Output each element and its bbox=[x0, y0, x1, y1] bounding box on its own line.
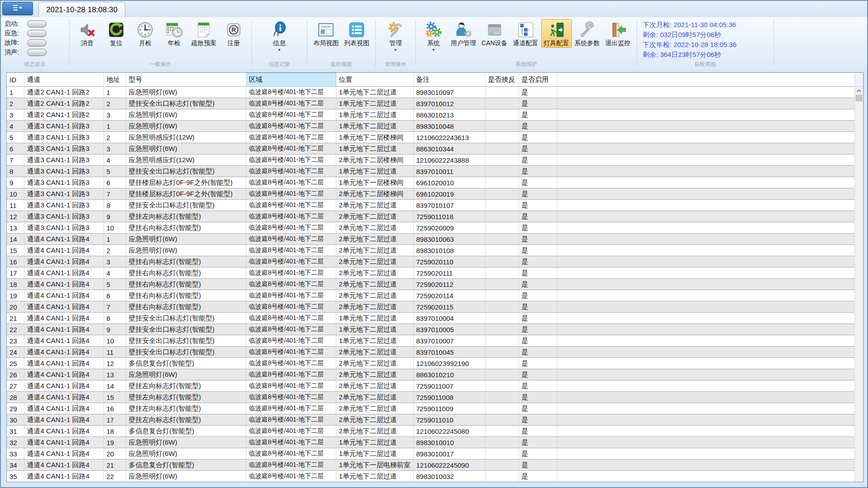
cell-channel: 通道4 CAN1-1 回路4 bbox=[24, 290, 104, 301]
cell-area: 临波庭8号楼/401-地下二层 bbox=[246, 426, 336, 437]
table-row[interactable]: 8通道3 CAN1-1 回路35壁挂安全出口标志灯(智能型)临波庭8号楼/401… bbox=[7, 166, 855, 177]
cell-remark: 8397010107 bbox=[413, 200, 485, 211]
app-menu-button[interactable] bbox=[2, 2, 33, 15]
annual-check-button[interactable]: 年检 bbox=[160, 19, 189, 48]
col-header-id[interactable]: ID bbox=[7, 73, 24, 87]
layout-view-button[interactable]: 布局视图 bbox=[311, 19, 341, 48]
table-row[interactable]: 16通道4 CAN1-1 回路43壁挂右向标志灯(智能型)临波庭8号楼/401-… bbox=[7, 256, 855, 267]
table-row[interactable]: 11通道3 CAN1-1 回路38壁挂安全出口标志灯(智能型)临波庭8号楼/40… bbox=[7, 200, 855, 211]
cell-enabled: 是 bbox=[519, 369, 557, 380]
table-row[interactable]: 30通道4 CAN1-1 回路417壁挂左向标志灯(智能型)临波庭8号楼/401… bbox=[7, 414, 855, 426]
col-header-location[interactable]: 位置 bbox=[336, 73, 413, 87]
cell-enabled: 是 bbox=[519, 403, 557, 414]
table-row[interactable]: 3通道2 CAN1-1 回路23应急照明灯(6W)临波庭8号楼/401-地下二层… bbox=[7, 109, 855, 121]
scroll-up-button[interactable] bbox=[855, 87, 863, 95]
cell-id: 3 bbox=[7, 109, 24, 121]
table-row[interactable]: 2通道2 CAN1-1 回路22壁挂安全出口标志灯(智能型)临波庭8号楼/401… bbox=[7, 98, 855, 109]
cell-enabled: 是 bbox=[519, 188, 557, 200]
col-header-enabled[interactable]: 是否启用 bbox=[519, 73, 557, 87]
table-row[interactable]: 12通道3 CAN1-1 回路39壁挂左向标志灯(智能型)临波庭8号楼/401-… bbox=[7, 211, 855, 222]
table-row[interactable]: 22通道4 CAN1-1 回路49壁挂安全出口标志灯(智能型)临波庭8号楼/40… bbox=[7, 324, 855, 335]
table-row[interactable]: 9通道3 CAN1-1 回路36壁挂楼层标志灯0F-9F之外(智能型)临波庭8号… bbox=[7, 177, 855, 188]
tab-datetime[interactable]: 2021-10-28 18:08:30 bbox=[38, 2, 125, 17]
cell-channel: 通道4 CAN1-1 回路4 bbox=[24, 313, 104, 324]
table-row[interactable]: 29通道4 CAN1-1 回路416壁挂左向标志灯(智能型)临波庭8号楼/401… bbox=[7, 403, 855, 414]
cell-address: 13 bbox=[104, 369, 126, 380]
table-row[interactable]: 28通道4 CAN1-1 回路415壁挂左向标志灯(智能型)临波庭8号楼/401… bbox=[7, 392, 855, 403]
table-row[interactable]: 34通道4 CAN1-1 回路421多信息复合灯(智能型)临波庭8号楼/401-… bbox=[7, 460, 855, 471]
manage-dropdown-button[interactable]: 管理 ▼ bbox=[381, 19, 410, 52]
cell-remark: 8397010045 bbox=[413, 347, 485, 358]
cell-filler bbox=[557, 414, 855, 426]
cell-address: 5 bbox=[104, 166, 126, 177]
exit-monitor-button[interactable]: 退出监控 bbox=[603, 19, 633, 48]
cell-location: 2单元地下二层过道 bbox=[336, 245, 413, 256]
registered-icon: R bbox=[225, 21, 242, 38]
table-row[interactable]: 32通道4 CAN1-1 回路419应急照明灯(6W)临波庭8号楼/401-地下… bbox=[7, 437, 855, 448]
cell-id: 33 bbox=[7, 448, 24, 460]
col-header-address[interactable]: 地址 bbox=[104, 73, 126, 87]
cell-filler bbox=[557, 403, 855, 414]
ribbon: 启动: 应急: 故障: 消声: 状态提示 bbox=[1, 17, 867, 69]
table-row[interactable]: 27通道4 CAN1-1 回路414壁挂左向标志灯(智能型)临波庭8号楼/401… bbox=[7, 380, 855, 392]
scrollbar-thumb[interactable] bbox=[856, 95, 862, 101]
table-row[interactable]: 24通道4 CAN1-1 回路411壁挂安全出口标志灯(智能型)临波庭8号楼/4… bbox=[7, 347, 855, 358]
table-row[interactable]: 14通道4 CAN1-1 回路41应急照明灯(6W)临波庭8号楼/401-地下二… bbox=[7, 234, 855, 245]
col-header-reversed[interactable]: 是否接反 bbox=[485, 73, 519, 87]
mute-button[interactable]: 消音 bbox=[73, 19, 102, 48]
evacuation-plan-button[interactable]: 疏散预案 bbox=[189, 19, 219, 48]
table-row[interactable]: 18通道4 CAN1-1 回路45壁挂右向标志灯(智能型)临波庭8号楼/401-… bbox=[7, 279, 855, 290]
table-row[interactable]: 21通道4 CAN1-1 回路48壁挂安全出口标志灯(智能型)临波庭8号楼/40… bbox=[7, 313, 855, 324]
cell-enabled: 是 bbox=[519, 166, 557, 177]
table-row[interactable]: 7通道3 CAN1-1 回路34应急照明感应灯(12W)临波庭8号楼/401-地… bbox=[7, 155, 855, 166]
table-row[interactable]: 5通道3 CAN1-1 回路32应急照明感应灯(12W)临波庭8号楼/401-地… bbox=[7, 132, 855, 143]
table-row[interactable]: 1通道2 CAN1-1 回路21应急照明灯(6W)临波庭8号楼/401-地下二层… bbox=[7, 87, 855, 98]
table-row[interactable]: 33通道4 CAN1-1 回路420应急照明灯(6W)临波庭8号楼/401-地下… bbox=[7, 448, 855, 460]
table-row[interactable]: 23通道4 CAN1-1 回路410壁挂安全出口标志灯(智能型)临波庭8号楼/4… bbox=[7, 335, 855, 347]
cell-address: 6 bbox=[104, 290, 126, 301]
cell-filler bbox=[557, 358, 855, 369]
vertical-scrollbar[interactable] bbox=[854, 73, 863, 482]
lamp-exit-sign-icon bbox=[548, 21, 565, 38]
cell-model: 应急照明灯(6W) bbox=[126, 143, 246, 155]
register-button[interactable]: R 注册 bbox=[219, 19, 248, 48]
col-header-model[interactable]: 型号 bbox=[126, 73, 246, 87]
info-dropdown-button[interactable]: 信息 ▼ bbox=[265, 19, 294, 52]
col-header-remark[interactable]: 备注 bbox=[413, 73, 485, 87]
layout-view-icon bbox=[317, 21, 335, 38]
can-device-button[interactable]: CAN设备 bbox=[479, 19, 510, 48]
cell-address: 1 bbox=[104, 87, 126, 98]
table-row[interactable]: 13通道3 CAN1-1 回路310壁挂右向标志灯(智能型)临波庭8号楼/401… bbox=[7, 222, 855, 234]
cell-filler bbox=[557, 177, 855, 188]
lamp-config-button[interactable]: 灯具配置 bbox=[541, 19, 572, 48]
reset-button[interactable]: 复位 bbox=[102, 19, 131, 48]
system-params-button[interactable]: 系统参数 bbox=[572, 19, 603, 48]
col-header-area[interactable]: 区域 bbox=[246, 73, 336, 87]
status-label: 应急: bbox=[5, 29, 25, 38]
table-row[interactable]: 4通道3 CAN1-1 回路31应急照明灯(6W)临波庭8号楼/401-地下二层… bbox=[7, 121, 855, 132]
table-row[interactable]: 6通道3 CAN1-1 回路33应急照明灯(6W)临波庭8号楼/401-地下二层… bbox=[7, 143, 855, 155]
cell-remark: 7259011007 bbox=[413, 380, 485, 392]
cell-area: 临波庭8号楼/401-地下二层 bbox=[246, 87, 336, 98]
table-row[interactable]: 15通道4 CAN1-1 回路42应急照明灯(6W)临波庭8号楼/401-地下二… bbox=[7, 245, 855, 256]
channel-config-button[interactable]: 通道配置 bbox=[510, 19, 541, 48]
cell-remark: 7259011010 bbox=[413, 414, 485, 426]
table-row[interactable]: 26通道4 CAN1-1 回路413应急照明灯(6W)临波庭8号楼/401-地下… bbox=[7, 369, 855, 380]
table-row[interactable]: 10通道3 CAN1-1 回路37壁挂楼层标志灯0F-9F之外(智能型)临波庭8… bbox=[7, 188, 855, 200]
table-row[interactable]: 19通道4 CAN1-1 回路46壁挂右向标志灯(智能型)临波庭8号楼/401-… bbox=[7, 290, 855, 301]
cell-filler bbox=[557, 335, 855, 347]
table-row[interactable]: 35通道4 CAN1-1 回路422应急照明灯(6W)临波庭8号楼/401-地下… bbox=[7, 471, 855, 482]
table-row[interactable]: 20通道4 CAN1-1 回路47壁挂右向标志灯(智能型)临波庭8号楼/401-… bbox=[7, 301, 855, 313]
table-row[interactable]: 31通道4 CAN1-1 回路418多信息复合灯(智能型)临波庭8号楼/401-… bbox=[7, 426, 855, 437]
system-dropdown-button[interactable]: 系统 ▼ bbox=[419, 19, 448, 52]
user-management-button[interactable]: 用户管理 bbox=[448, 19, 479, 48]
table-row[interactable]: 17通道4 CAN1-1 回路44壁挂右向标志灯(智能型)临波庭8号楼/401-… bbox=[7, 267, 855, 279]
cell-remark: 8397010011 bbox=[413, 166, 485, 177]
list-view-button[interactable]: 列表视图 bbox=[341, 19, 372, 48]
monthly-check-button[interactable]: 月检 bbox=[131, 19, 160, 48]
cell-area: 临波庭8号楼/401-地下二层 bbox=[246, 121, 336, 132]
cell-address: 18 bbox=[104, 426, 126, 437]
table-row[interactable]: 25通道4 CAN1-1 回路412多信息复合灯(智能型)临波庭8号楼/401-… bbox=[7, 358, 855, 369]
cell-location: 1单元地下二层过道 bbox=[336, 313, 413, 324]
col-header-channel[interactable]: 通道 bbox=[24, 73, 104, 87]
